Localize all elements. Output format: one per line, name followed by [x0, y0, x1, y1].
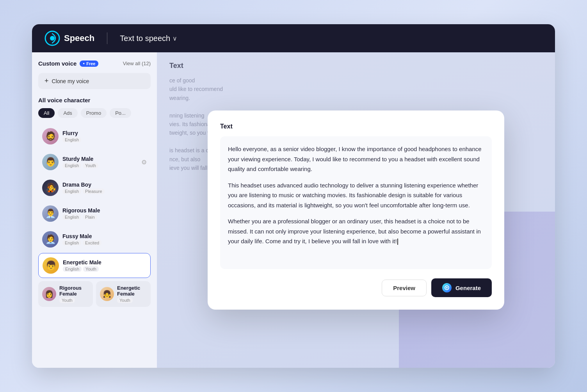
- preview-button[interactable]: Preview: [382, 280, 427, 296]
- modal-actions: Preview Generate: [220, 278, 492, 297]
- voice-info-energetic: Energetic Male English Youth: [63, 259, 146, 272]
- svg-point-1: [50, 36, 55, 41]
- modal-paragraph-1: Hello everyone, as a senior video blogge…: [228, 144, 484, 174]
- voice-name-rigorous: Rigorous Male: [62, 207, 147, 214]
- voice-avatar-drama: 🧑‍🎤: [42, 180, 59, 196]
- header: Speech Text to speech ∨: [32, 24, 555, 52]
- header-nav-label: Text to speech: [120, 34, 170, 43]
- text-cursor: [397, 239, 398, 245]
- voice-tag-pleasure: Pleasure: [83, 189, 104, 194]
- clone-voice-button[interactable]: + Clone my voice: [38, 73, 151, 89]
- header-divider: [107, 32, 107, 44]
- modal-title: Text: [220, 123, 492, 130]
- filter-tags: All Ads Promo Po...: [38, 108, 151, 118]
- voice-info-drama: Drama Boy English Pleasure: [62, 182, 147, 194]
- voice-avatar-sturdy: 👨: [42, 154, 59, 170]
- free-badge: Free: [80, 61, 98, 67]
- voice-tag-youth: Youth: [83, 163, 98, 168]
- voice-info-rigorous: Rigorous Male English Plain: [62, 207, 147, 220]
- voice-tag-english: English: [63, 266, 82, 272]
- voice-tags-energetic: English Youth: [63, 266, 146, 272]
- modal-overlay: Text Hello everyone, as a senior video b…: [157, 52, 555, 368]
- voice-info-sturdy: Sturdy Male English Youth: [62, 156, 137, 168]
- voice-tag-english: English: [62, 137, 81, 143]
- filter-ads[interactable]: Ads: [58, 108, 77, 118]
- voice-avatar-rigorous: 👨‍💼: [42, 205, 59, 222]
- voice-avatar-energfemale: 👧: [100, 287, 114, 301]
- voice-info-rigfemale: Rigorous Female Youth: [59, 285, 89, 303]
- modal-text-content[interactable]: Hello everyone, as a senior video blogge…: [220, 136, 492, 269]
- voice-avatar-energetic: 👦: [43, 257, 59, 274]
- voice-info-flurry: Flurry English: [62, 130, 147, 143]
- voice-tags-rigorous: English Plain: [62, 214, 147, 220]
- app-window: Speech Text to speech ∨ Custom voice Fre…: [32, 24, 555, 368]
- custom-voice-title: Custom voice: [38, 60, 76, 67]
- voice-name-energetic: Energetic Male: [63, 259, 146, 265]
- voice-tune-icon[interactable]: ⚙: [141, 159, 147, 166]
- sidebar: Custom voice Free View all (12) + Clone …: [32, 52, 157, 368]
- voice-tags-fussy: English Excited: [62, 240, 147, 246]
- voice-item-energetic[interactable]: 👦 Energetic Male English Youth: [38, 253, 151, 278]
- filter-all[interactable]: All: [38, 108, 55, 118]
- generate-btn-label: Generate: [455, 285, 481, 291]
- voice-avatar-fussy: 🧑‍💼: [42, 231, 59, 248]
- logo-text: Speech: [64, 33, 94, 43]
- voice-tag-english: English: [62, 189, 81, 194]
- voice-tag-youth: Youth: [117, 298, 133, 303]
- main-content: Custom voice Free View all (12) + Clone …: [32, 52, 555, 368]
- voice-item-rigorous[interactable]: 👨‍💼 Rigorous Male English Plain: [38, 201, 151, 226]
- voice-name-rigfemale: Rigorous Female: [59, 285, 89, 297]
- voice-item-flurry[interactable]: 🧔 Flurry English: [38, 124, 151, 148]
- voice-tags-flurry: English: [62, 137, 147, 143]
- voice-tag-plain: Plain: [83, 214, 97, 220]
- generate-button[interactable]: Generate: [431, 278, 492, 297]
- voice-info-fussy: Fussy Male English Excited: [62, 233, 147, 246]
- modal-paragraph-3: Whether you are a professional blogger o…: [228, 216, 484, 246]
- voice-tags-drama: English Pleasure: [62, 189, 147, 194]
- voice-name-sturdy: Sturdy Male: [62, 156, 137, 162]
- voice-avatar-rigfemale: 👩: [42, 287, 56, 301]
- voice-item-energ-female[interactable]: 👧 Energetic Female Youth: [96, 281, 151, 307]
- filter-promo[interactable]: Promo: [81, 108, 107, 118]
- voice-tag-youth: Youth: [59, 298, 75, 303]
- voice-item-drama[interactable]: 🧑‍🎤 Drama Boy English Pleasure: [38, 176, 151, 200]
- header-nav[interactable]: Text to speech ∨: [120, 34, 177, 43]
- voice-avatar-flurry: 🧔: [42, 128, 59, 144]
- modal-paragraph-2: This headset uses advanced audio technol…: [228, 180, 484, 210]
- voice-section-title: All voice character: [38, 97, 151, 103]
- bottom-voice-row: 👩 Rigorous Female Youth 👧: [38, 281, 151, 308]
- voice-tag-youth: Youth: [83, 266, 99, 272]
- voice-tag-english: English: [62, 240, 81, 246]
- voice-name-fussy: Fussy Male: [62, 233, 147, 239]
- svg-point-3: [446, 287, 448, 289]
- modal-dialog: Text Hello everyone, as a senior video b…: [208, 110, 504, 310]
- voice-name-drama: Drama Boy: [62, 182, 147, 188]
- voice-name-energfemale: Energetic Female: [117, 285, 147, 297]
- voice-item-fussy[interactable]: 🧑‍💼 Fussy Male English Excited: [38, 227, 151, 251]
- plus-icon: +: [44, 77, 49, 85]
- view-all-link[interactable]: View all (12): [123, 61, 151, 66]
- chevron-down-icon: ∨: [173, 35, 177, 42]
- logo-icon: [44, 30, 60, 46]
- right-content: Text ce of gooduld like to recommendwear…: [157, 52, 555, 368]
- clone-button-label: Clone my voice: [52, 78, 89, 84]
- voice-item-sturdy[interactable]: 👨 Sturdy Male English Youth ⚙: [38, 150, 151, 174]
- custom-voice-header: Custom voice Free View all (12): [38, 60, 151, 67]
- voice-tag-english: English: [62, 214, 81, 220]
- voice-name-flurry: Flurry: [62, 130, 147, 136]
- generate-icon: [442, 283, 452, 292]
- voice-tags-sturdy: English Youth: [62, 163, 137, 168]
- voice-tag-english: English: [62, 163, 81, 168]
- voice-tag-excited: Excited: [83, 240, 101, 246]
- voice-info-energfemale: Energetic Female Youth: [117, 285, 147, 303]
- voice-item-rig-female[interactable]: 👩 Rigorous Female Youth: [38, 281, 93, 307]
- logo-area: Speech: [44, 30, 94, 46]
- filter-po[interactable]: Po...: [110, 108, 131, 118]
